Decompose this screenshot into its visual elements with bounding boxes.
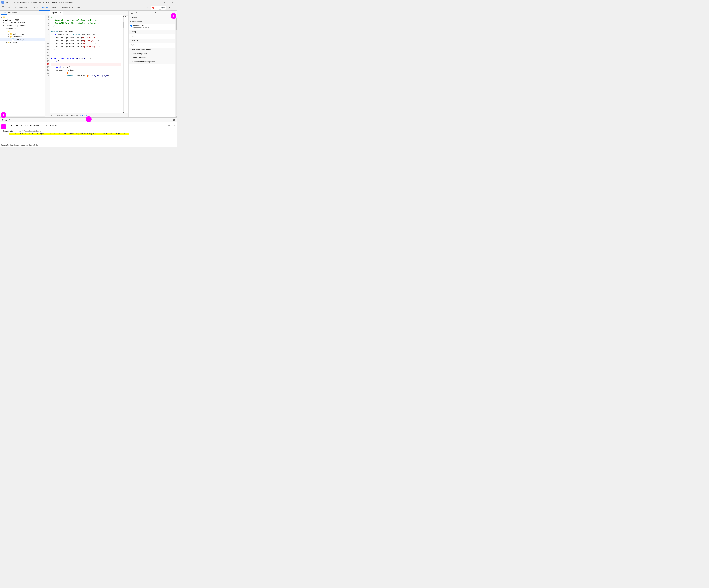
- code-hscroll-right-btn[interactable]: ▶: [127, 16, 128, 17]
- watch-section-header[interactable]: ▶ Watch: [129, 16, 175, 20]
- refresh-search-button[interactable]: ↻: [167, 123, 171, 128]
- dom-section-header[interactable]: ▶ DOM Breakpoints: [129, 52, 175, 56]
- line-num-6: 6: [45, 31, 50, 33]
- right-vscroll-up-btn[interactable]: ▲: [176, 16, 177, 18]
- event-listener-arrow-icon: ▶: [130, 61, 131, 62]
- editor-forward-button[interactable]: →: [124, 11, 128, 15]
- tree-arrow-node-modules: ▶: [8, 33, 9, 35]
- minimize-button[interactable]: ─: [154, 0, 161, 5]
- search-input-wrapper[interactable]: [4, 123, 166, 127]
- tree-label-webpack2: webpack: [10, 41, 17, 44]
- search-tab[interactable]: Search ✕: [1, 118, 11, 122]
- resume-button[interactable]: ▶: [130, 11, 134, 15]
- code-line-1: /*: [51, 16, 122, 19]
- tab-welcome[interactable]: Welcome: [6, 5, 17, 10]
- inspect-element-button[interactable]: [1, 5, 6, 10]
- status-text2: ) Co: [89, 115, 93, 116]
- breakpoint-checkbox[interactable]: [130, 25, 132, 27]
- search-status-text: Search finished. Found 1 matching line i…: [1, 144, 38, 146]
- hscroll-left-btn[interactable]: ◀: [0, 116, 2, 118]
- right-vscrollbar[interactable]: ▲ ▼: [175, 16, 177, 117]
- step-button[interactable]: →: [149, 11, 153, 15]
- tab-console[interactable]: Console: [29, 5, 40, 10]
- breakpoints-section-header[interactable]: ▼ Breakpoints: [129, 20, 175, 24]
- vscroll-track[interactable]: [123, 17, 124, 111]
- left-hscrollbar[interactable]: ◀ ▶: [0, 116, 45, 117]
- editor-tab-label: taskpane.js: [50, 12, 59, 14]
- cancel-search-button[interactable]: ⊘: [172, 123, 176, 128]
- vscroll-up-btn[interactable]: ▲: [123, 15, 125, 17]
- tree-item-node-modules[interactable]: ▶ 📁 node_modules: [0, 33, 45, 35]
- code-hscrollbar[interactable]: ◀ ▶: [124, 15, 128, 17]
- step-out-button[interactable]: ↑: [144, 11, 148, 15]
- tree-item-localhost[interactable]: ▶ ☁ localhost:3000: [0, 19, 45, 22]
- code-line-5: [51, 28, 122, 31]
- result-file-header[interactable]: ▼ taskpane.js — webpack:///./src/taskpan…: [1, 130, 176, 132]
- close-button[interactable]: ✕: [169, 0, 176, 5]
- vscroll-thumb: [123, 22, 124, 28]
- tab-network[interactable]: Network: [50, 5, 60, 10]
- tree-item-webpack2[interactable]: ▶ 📁 webpack: [0, 41, 45, 44]
- more-options-button[interactable]: ⋮: [172, 5, 177, 10]
- tree-item-top[interactable]: ▼ 📁 top: [0, 16, 45, 19]
- scope-section-header[interactable]: ▼ Scope: [129, 30, 175, 34]
- editor-tab-close-button[interactable]: ✕: [60, 12, 62, 14]
- global-listeners-section-header[interactable]: ▶ Global Listeners: [129, 56, 175, 60]
- info-badge-button[interactable]: 💬 1: [160, 6, 166, 10]
- panel-tab-page[interactable]: Page: [1, 11, 7, 15]
- tree-label-localhost: localhost:3000: [7, 19, 19, 21]
- tab-performance[interactable]: Performance: [60, 5, 75, 10]
- panel-tab-filesystem[interactable]: Filesystem: [7, 11, 18, 15]
- dom-arrow-icon: ▶: [130, 53, 131, 55]
- xhr-section-header[interactable]: ▶ XHR/fetch Breakpoints: [129, 48, 175, 52]
- more-tabs-button[interactable]: »: [145, 5, 151, 10]
- warn-count: 1: [158, 7, 159, 9]
- pause-on-exceptions-button[interactable]: ⏸: [158, 11, 162, 15]
- source-mapped-link[interactable]: taskpane.js: [80, 115, 88, 116]
- tree-item-static2[interactable]: ▶ ☁ static2.sharepointonline.c: [0, 24, 45, 27]
- call-stack-content: Not paused: [129, 43, 175, 48]
- hscroll-right-btn[interactable]: ▶: [43, 116, 45, 118]
- call-stack-section-header[interactable]: ▼ Call Stack: [129, 39, 175, 43]
- devtools-icon: D: [1, 1, 4, 4]
- code-line-18: } catch (error) {: [51, 66, 122, 69]
- tree-item-taskpane-js[interactable]: 📄 taskpane.js: [0, 38, 45, 41]
- code-vscrollbar[interactable]: ▲ ▼: [123, 15, 124, 113]
- close-bottom-panel-button[interactable]: ✕: [172, 118, 176, 122]
- dom-label: DOM Breakpoints: [132, 53, 147, 55]
- format-button[interactable]: { }: [46, 115, 48, 116]
- right-vscroll-track[interactable]: [176, 18, 177, 115]
- folder-open-icon-dot: 📁: [7, 30, 10, 32]
- vscroll-down-btn[interactable]: ▼: [123, 112, 125, 113]
- add-tab-button[interactable]: +: [11, 118, 15, 122]
- tab-elements[interactable]: Elements: [17, 5, 29, 10]
- line-num-20: 20: [45, 72, 50, 75]
- panel-more-button[interactable]: »: [18, 11, 21, 14]
- tree-item-src-taskpane[interactable]: ▼ 📁 src/taskpane: [0, 35, 45, 38]
- step-over-button[interactable]: ↷: [134, 11, 138, 15]
- search-tab-close-button[interactable]: ✕: [8, 119, 10, 121]
- line-num-15: 15: [45, 57, 50, 60]
- deactivate-breakpoints-button[interactable]: ⊘: [153, 11, 157, 15]
- right-vscroll-down-btn[interactable]: ▼: [176, 116, 177, 117]
- editor-back-button[interactable]: ←: [45, 11, 49, 15]
- tree-item-webpack[interactable]: ▼ ☁ webpack://: [0, 27, 45, 30]
- error-badge-button[interactable]: 🔴 1 ⚠ 1: [151, 6, 160, 10]
- search-input[interactable]: [4, 123, 166, 127]
- right-panels: ▶ Watch ▼ Breakpoints: [129, 16, 175, 117]
- editor-tab-taskpane[interactable]: taskpane.js ✕: [49, 10, 63, 15]
- tree-item-dot[interactable]: ▼ 📁 .: [0, 30, 45, 33]
- code-content[interactable]: /* * Copyright (c) Microsoft Corporation…: [50, 15, 123, 113]
- code-hscroll-left-btn[interactable]: ◀: [124, 16, 126, 17]
- tab-memory[interactable]: Memory: [75, 5, 85, 10]
- tab-sources[interactable]: Sources: [40, 5, 50, 10]
- maximize-button[interactable]: □: [162, 0, 168, 5]
- search-status: Search finished. Found 1 matching line i…: [0, 144, 177, 147]
- result-line-item[interactable]: 17 Office.context.ui.displayDialogAsync(…: [1, 132, 176, 135]
- settings-button[interactable]: ⚙: [166, 5, 171, 10]
- panel-dots-button[interactable]: ⋯: [21, 11, 24, 15]
- tree-item-appsforoffice[interactable]: ▶ ☁ appsforoffice.microsoft.c: [0, 22, 45, 24]
- event-listener-section-header[interactable]: ▶ Event Listener Breakpoints: [129, 60, 175, 63]
- call-stack-not-paused: Not paused: [130, 43, 174, 47]
- step-into-button[interactable]: ↓: [139, 11, 143, 15]
